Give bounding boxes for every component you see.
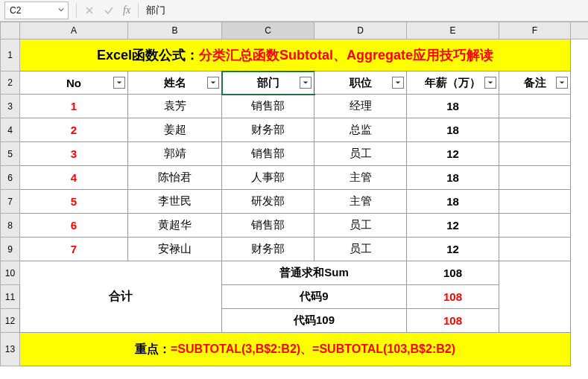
cell-no[interactable]: 4 (20, 166, 128, 190)
filter-icon[interactable] (207, 77, 219, 89)
row-header[interactable]: 10 (1, 261, 20, 285)
cell-name[interactable]: 郭靖 (128, 142, 222, 166)
filter-icon[interactable] (392, 77, 404, 89)
total-line-label[interactable]: 代码109 (222, 309, 407, 333)
filter-icon[interactable] (484, 77, 496, 89)
gutter (571, 39, 589, 71)
row-header[interactable]: 1 (1, 39, 20, 71)
gutter (571, 71, 589, 95)
cell-no[interactable]: 7 (20, 238, 128, 261)
row-header[interactable]: 6 (1, 166, 20, 190)
name-box[interactable]: C2 (4, 1, 69, 19)
gutter (571, 95, 589, 118)
cell-salary[interactable]: 18 (407, 95, 499, 118)
name-box-dropdown[interactable] (56, 4, 66, 15)
name-box-value: C2 (5, 5, 21, 16)
cell-dept[interactable]: 销售部 (222, 95, 314, 118)
cell-no[interactable]: 2 (20, 118, 128, 142)
gutter (571, 261, 589, 285)
row-header[interactable]: 4 (1, 118, 20, 142)
row-header[interactable]: 9 (1, 238, 20, 261)
row-header[interactable]: 2 (1, 71, 20, 95)
cell-salary[interactable]: 12 (407, 238, 499, 261)
header-salary[interactable]: 年薪（万） (407, 71, 499, 95)
cancel-icon[interactable] (83, 4, 96, 17)
cell-salary[interactable]: 18 (407, 118, 499, 142)
cell-dept[interactable]: 人事部 (222, 166, 314, 190)
note-blank[interactable] (499, 261, 571, 333)
cell-salary[interactable]: 18 (407, 190, 499, 214)
column-header[interactable]: C (222, 22, 314, 39)
select-all-corner[interactable] (1, 22, 20, 39)
column-header[interactable]: F (499, 22, 571, 39)
cell-name[interactable]: 安禄山 (128, 238, 222, 261)
confirm-icon[interactable] (102, 4, 116, 17)
cell-note[interactable] (499, 214, 571, 238)
cell-role[interactable]: 员工 (314, 238, 407, 261)
total-line-value[interactable]: 108 (407, 261, 499, 285)
gutter (571, 333, 589, 366)
total-line-value[interactable]: 108 (407, 309, 499, 333)
cell-dept[interactable]: 销售部 (222, 214, 314, 238)
cell-note[interactable] (499, 238, 571, 261)
total-line-value[interactable]: 108 (407, 285, 499, 309)
gutter (571, 214, 589, 238)
header-name[interactable]: 姓名 (128, 71, 222, 95)
formula-value[interactable]: 部门 (142, 4, 588, 17)
column-header[interactable]: B (128, 22, 222, 39)
cell-note[interactable] (499, 142, 571, 166)
total-label[interactable]: 合计 (20, 261, 222, 333)
row-header[interactable]: 12 (1, 309, 20, 333)
row-header[interactable]: 13 (1, 333, 20, 366)
cell-note[interactable] (499, 95, 571, 118)
cell-role[interactable]: 员工 (314, 142, 407, 166)
row-header[interactable]: 7 (1, 190, 20, 214)
cell-role[interactable]: 经理 (314, 95, 407, 118)
cell-role[interactable]: 主管 (314, 190, 407, 214)
filter-icon[interactable] (113, 77, 125, 89)
cell-dept[interactable]: 财务部 (222, 118, 314, 142)
header-role[interactable]: 职位 (314, 71, 407, 95)
cell-dept[interactable]: 销售部 (222, 142, 314, 166)
title-cell[interactable]: Excel函数公式：分类汇总函数Subtotal、Aggregate应用技巧解读 (20, 39, 571, 71)
column-header[interactable] (571, 22, 589, 39)
cell-dept[interactable]: 财务部 (222, 238, 314, 261)
cell-no[interactable]: 6 (20, 214, 128, 238)
cell-role[interactable]: 员工 (314, 214, 407, 238)
cell-note[interactable] (499, 190, 571, 214)
spreadsheet-grid: ABCDEF 1 Excel函数公式：分类汇总函数Subtotal、Aggreg… (0, 22, 588, 366)
cell-no[interactable]: 5 (20, 190, 128, 214)
header-no[interactable]: No (20, 71, 128, 95)
row-header[interactable]: 8 (1, 214, 20, 238)
cell-name[interactable]: 李世民 (128, 190, 222, 214)
cell-role[interactable]: 总监 (314, 118, 407, 142)
cell-dept[interactable]: 研发部 (222, 190, 314, 214)
cell-name[interactable]: 黄超华 (128, 214, 222, 238)
row-header[interactable]: 3 (1, 95, 20, 118)
cell-note[interactable] (499, 166, 571, 190)
column-header[interactable]: D (314, 22, 407, 39)
total-line-label[interactable]: 普通求和Sum (222, 261, 407, 285)
cell-no[interactable]: 3 (20, 142, 128, 166)
fx-label[interactable]: fx (118, 4, 135, 16)
cell-name[interactable]: 姜超 (128, 118, 222, 142)
row-2: 2 No 姓名 部门 职位 年薪（万） 备注 (1, 71, 589, 95)
filter-icon[interactable] (300, 77, 312, 89)
cell-name[interactable]: 陈怡君 (128, 166, 222, 190)
filter-icon[interactable] (556, 77, 568, 89)
footer-cell[interactable]: 重点：=SUBTOTAL(3,B$2:B2)、=SUBTOTAL(103,B$2… (20, 333, 571, 366)
cell-salary[interactable]: 12 (407, 214, 499, 238)
cell-salary[interactable]: 12 (407, 142, 499, 166)
column-header[interactable]: A (20, 22, 128, 39)
header-note[interactable]: 备注 (499, 71, 571, 95)
cell-salary[interactable]: 18 (407, 166, 499, 190)
column-header[interactable]: E (407, 22, 499, 39)
row-header[interactable]: 5 (1, 142, 20, 166)
header-dept[interactable]: 部门 (222, 71, 314, 95)
total-line-label[interactable]: 代码9 (222, 285, 407, 309)
cell-name[interactable]: 袁芳 (128, 95, 222, 118)
cell-role[interactable]: 主管 (314, 166, 407, 190)
cell-no[interactable]: 1 (20, 95, 128, 118)
row-header[interactable]: 11 (1, 285, 20, 309)
cell-note[interactable] (499, 118, 571, 142)
